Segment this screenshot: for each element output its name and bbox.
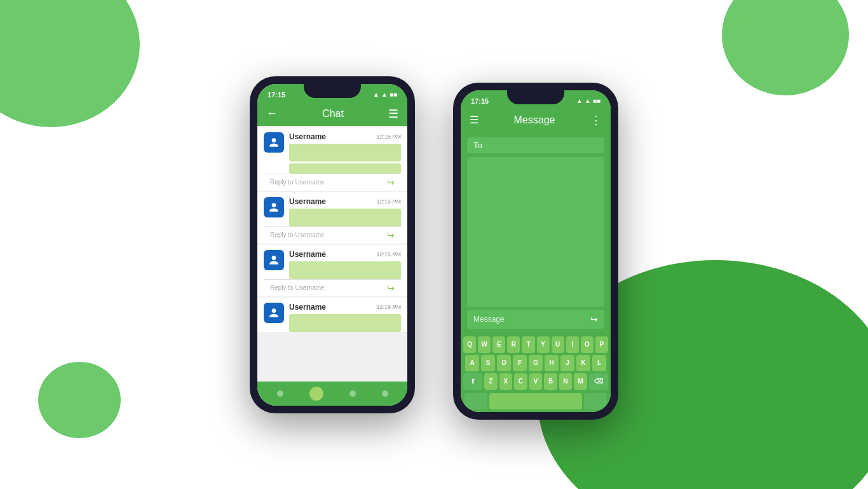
key-a[interactable]: A	[465, 355, 479, 371]
menu-button[interactable]: ☰	[388, 107, 398, 121]
chat-preview	[289, 261, 401, 279]
key-c[interactable]: C	[514, 373, 527, 390]
message-input[interactable]: Message	[473, 315, 505, 324]
key-return[interactable]	[584, 393, 607, 410]
keyboard-bottom-row	[463, 392, 608, 411]
avatar	[264, 132, 284, 153]
chat-time: 12:15 PM	[376, 198, 401, 205]
chat-preview	[289, 144, 401, 162]
keyboard-row-3: ⇧ Z X C V B N M ⌫	[463, 373, 608, 390]
chat-time: 12:15 PM	[376, 251, 401, 258]
chat-item[interactable]: Username 12:19 PM	[257, 298, 407, 332]
reply-icon[interactable]: ↪	[387, 230, 395, 240]
key-r[interactable]: R	[507, 336, 520, 353]
reply-label: Reply to Username	[270, 179, 325, 186]
key-z[interactable]: Z	[484, 373, 498, 390]
key-u[interactable]: U	[552, 336, 564, 353]
reply-bar[interactable]: Reply to Username ↪	[264, 279, 401, 296]
chat-header: ← Chat ☰	[257, 102, 407, 126]
key-d[interactable]: D	[497, 355, 511, 371]
keyboard-row-2: A S D F G H J K L	[463, 355, 608, 371]
status-icons: ▲ ▲ ■■	[373, 91, 397, 98]
key-n[interactable]: N	[559, 373, 573, 390]
chat-item-info: Username 12:15 PM	[289, 250, 401, 279]
message-more-button[interactable]: ⋮	[590, 113, 602, 127]
key-numbers[interactable]	[465, 393, 487, 410]
chat-item[interactable]: Username 12:15 PM Reply to Username ↪	[257, 127, 407, 191]
key-l[interactable]: L	[592, 355, 606, 371]
back-button[interactable]: ←	[266, 107, 278, 120]
chat-preview	[289, 209, 401, 226]
nav-dot-4[interactable]	[382, 390, 388, 397]
key-b[interactable]: B	[544, 373, 557, 390]
chat-list: Username 12:15 PM Reply to Username ↪	[257, 126, 407, 382]
key-g[interactable]: G	[529, 355, 543, 371]
key-q[interactable]: Q	[463, 336, 476, 353]
phone-screen-chat: 17:15 ▲ ▲ ■■ ← Chat ☰	[257, 84, 407, 406]
chat-item[interactable]: Username 12:15 PM Reply to Username ↪	[257, 192, 407, 244]
key-e[interactable]: E	[492, 336, 505, 353]
key-p[interactable]: P	[595, 336, 608, 353]
reply-icon[interactable]: ↪	[387, 177, 395, 188]
page-content: 17:15 ▲ ▲ ■■ ← Chat ☰	[0, 0, 868, 489]
phone-notch	[304, 84, 361, 98]
key-shift[interactable]: ⇧	[463, 373, 482, 390]
chat-item-info: Username 12:15 PM	[289, 197, 401, 226]
reply-bar[interactable]: Reply to Username ↪	[264, 226, 401, 244]
chat-username: Username	[289, 303, 326, 312]
message-input-bar[interactable]: Message ↪	[467, 310, 604, 329]
key-backspace[interactable]: ⌫	[589, 373, 608, 390]
chat-username: Username	[289, 250, 326, 259]
avatar	[264, 303, 284, 323]
message-body: To Message ↪	[461, 132, 611, 334]
key-o[interactable]: O	[581, 336, 593, 353]
chat-title: Chat	[322, 108, 344, 120]
phone-notch-2	[507, 90, 564, 104]
key-x[interactable]: X	[499, 373, 513, 390]
key-m[interactable]: M	[574, 373, 587, 390]
avatar	[264, 250, 284, 270]
key-i[interactable]: I	[566, 336, 579, 353]
compose-area[interactable]	[467, 157, 604, 307]
key-s[interactable]: S	[481, 355, 495, 371]
key-f[interactable]: F	[513, 355, 527, 371]
to-label: To	[473, 141, 482, 150]
status-time: 17:15	[268, 91, 285, 99]
chat-preview	[289, 314, 401, 332]
key-j[interactable]: J	[560, 355, 574, 371]
status-icons-2: ▲ ▲ ■■	[576, 97, 600, 104]
nav-dot-3[interactable]	[349, 390, 356, 397]
status-time-2: 17:15	[471, 97, 489, 105]
key-y[interactable]: Y	[537, 336, 550, 353]
keyboard: Q W E R T Y U I O P A S D F G H	[461, 334, 611, 412]
key-t[interactable]: T	[522, 336, 534, 353]
key-h[interactable]: H	[545, 355, 559, 371]
nav-dot-1[interactable]	[277, 390, 283, 397]
nav-dot-2[interactable]	[309, 387, 323, 401]
chat-item[interactable]: Username 12:15 PM Reply to Username ↪	[257, 245, 407, 296]
keyboard-row-1: Q W E R T Y U I O P	[463, 336, 608, 353]
chat-preview-2	[289, 163, 401, 174]
reply-bar[interactable]: Reply to Username ↪	[264, 174, 401, 191]
reply-icon[interactable]: ↪	[387, 283, 395, 293]
send-button[interactable]: ↪	[590, 314, 598, 324]
chat-time: 12:19 PM	[376, 304, 401, 310]
chat-username: Username	[289, 197, 326, 206]
to-field[interactable]: To	[467, 137, 604, 153]
bottom-nav	[257, 382, 407, 406]
message-header: ☰ Message ⋮	[461, 108, 611, 132]
key-space[interactable]	[489, 393, 582, 410]
reply-label: Reply to Username	[270, 284, 325, 291]
phone-screen-message: 17:15 ▲ ▲ ■■ ☰ Message ⋮ To	[461, 90, 611, 412]
phone-chat: 17:15 ▲ ▲ ■■ ← Chat ☰	[250, 76, 415, 413]
phone-message: 17:15 ▲ ▲ ■■ ☰ Message ⋮ To	[453, 83, 618, 420]
message-menu-button[interactable]: ☰	[470, 114, 478, 126]
key-v[interactable]: V	[529, 373, 543, 390]
message-title: Message	[514, 114, 555, 126]
chat-item-info: Username 12:19 PM	[289, 303, 401, 332]
chat-time: 12:15 PM	[376, 134, 401, 140]
key-w[interactable]: W	[478, 336, 491, 353]
chat-item-info: Username 12:15 PM	[289, 132, 401, 174]
key-k[interactable]: K	[576, 355, 590, 371]
chat-username: Username	[289, 132, 326, 141]
